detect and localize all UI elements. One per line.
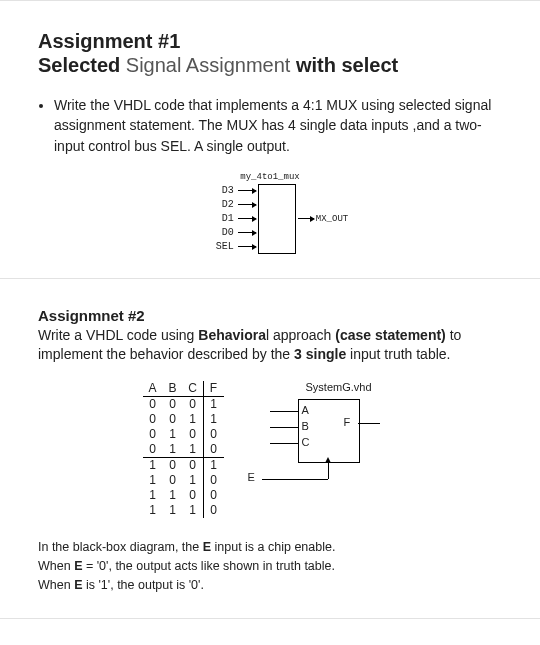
- mux-body: D3 D2 D1 D0 SEL MX_OUT: [140, 184, 400, 254]
- tt-cell: 0: [203, 488, 224, 503]
- arrow-icon: [238, 232, 256, 233]
- mux-in-d2: D2: [222, 199, 256, 211]
- tt-cell: 1: [163, 488, 183, 503]
- a2-desc-case: (case statement): [335, 327, 446, 343]
- tt-cell: 1: [163, 427, 183, 442]
- note-frag: is '1', the output is '0'.: [82, 578, 203, 592]
- pin-f-label: F: [344, 416, 351, 428]
- note-frag: In the black-box diagram, the: [38, 540, 203, 554]
- tt-cell: 0: [163, 412, 183, 427]
- note-e: E: [203, 540, 211, 554]
- tt-cell: 1: [163, 503, 183, 518]
- mux-in-d1: D1: [222, 213, 256, 225]
- tt-head-c: C: [183, 381, 204, 397]
- tt-cell: 0: [163, 458, 183, 474]
- pin-a-label: A: [302, 404, 309, 416]
- tt-cell: 1: [203, 397, 224, 413]
- tt-body: 0001 0011 0100 0110 1001 1010 1100 1110: [143, 397, 224, 519]
- pin-c-label: C: [302, 436, 310, 448]
- table-row: 0011: [143, 412, 224, 427]
- arrow-icon: [238, 218, 256, 219]
- note-frag: = '0', the output acts like shown in tru…: [82, 559, 335, 573]
- tt-head-a: A: [143, 381, 163, 397]
- tt-cell: 0: [163, 473, 183, 488]
- assignment-2-slide: Assignmnet #2 Write a VHDL code using Be…: [0, 279, 540, 618]
- a1-title2-withselect: with select: [296, 54, 398, 76]
- a1-bullet-item: Write the VHDL code that implements a 4:…: [54, 95, 502, 156]
- pin-e-label: E: [248, 471, 255, 483]
- tt-cell: 1: [143, 458, 163, 474]
- tt-cell: 0: [183, 488, 204, 503]
- table-row: 0100: [143, 427, 224, 442]
- note-frag: input is a chip enable.: [211, 540, 335, 554]
- arrow-icon: [238, 190, 256, 191]
- tt-cell: 0: [183, 397, 204, 413]
- a2-note-3: When E is '1', the output is '0'.: [38, 576, 502, 595]
- mux-in-d0: D0: [222, 227, 256, 239]
- tt-cell: 1: [183, 503, 204, 518]
- tt-cell: 1: [203, 412, 224, 427]
- tt-cell: 1: [183, 442, 204, 458]
- mux-in-d2-label: D2: [222, 199, 234, 210]
- tt-cell: 0: [203, 427, 224, 442]
- a2-desc-3single: 3 single: [294, 346, 346, 362]
- mux-caption: my_4to1_mux: [140, 172, 400, 182]
- a2-note-2: When E = '0', the output acts like shown…: [38, 557, 502, 576]
- a1-bullet-list: Write the VHDL code that implements a 4:…: [38, 95, 502, 156]
- tt-cell: 1: [163, 442, 183, 458]
- a2-title-text: Assignmnet #2: [38, 307, 145, 324]
- divider-bottom: [0, 618, 540, 619]
- wire-icon: [270, 443, 298, 444]
- tt-head-b: B: [163, 381, 183, 397]
- arrow-icon: [238, 204, 256, 205]
- truth-table: A B C F 0001 0011 0100 0110 1001 1010 11…: [143, 381, 224, 518]
- tt-cell: 1: [183, 412, 204, 427]
- tt-cell: 1: [143, 488, 163, 503]
- mux-in-sel: SEL: [216, 241, 256, 253]
- arrow-icon: [298, 218, 314, 219]
- a2-desc-frag: l approach: [266, 327, 335, 343]
- wire-icon: [270, 427, 298, 428]
- tt-cell: 0: [143, 442, 163, 458]
- a2-desc-frag: Write a VHDL code using: [38, 327, 198, 343]
- table-row: 0001: [143, 397, 224, 413]
- tt-cell: 0: [143, 397, 163, 413]
- wire-icon: [328, 461, 329, 479]
- mux-output: MX_OUT: [296, 184, 348, 254]
- systemg-diagram: SystemG.vhd A B C F E: [248, 381, 398, 481]
- tt-cell: 0: [203, 442, 224, 458]
- a1-title2-selected: Selected: [38, 54, 120, 76]
- table-row: 1110: [143, 503, 224, 518]
- a2-note-1: In the black-box diagram, the E input is…: [38, 538, 502, 557]
- assignment-1-slide: Assignment #1 Selected Signal Assignment…: [0, 1, 540, 278]
- a1-title-line2: Selected Signal Assignment with select: [38, 53, 502, 77]
- tt-cell: 1: [143, 503, 163, 518]
- table-row: 1100: [143, 488, 224, 503]
- mux-in-sel-label: SEL: [216, 241, 234, 252]
- mux-in-d3: D3: [222, 185, 256, 197]
- table-row: 1001: [143, 458, 224, 474]
- tt-cell: 0: [203, 473, 224, 488]
- a2-figure: A B C F 0001 0011 0100 0110 1001 1010 11…: [38, 381, 502, 518]
- arrow-icon: [238, 246, 256, 247]
- mux-box: [258, 184, 296, 254]
- systemg-caption: SystemG.vhd: [306, 381, 372, 393]
- note-frag: When: [38, 578, 74, 592]
- wire-icon: [358, 423, 380, 424]
- a2-title: Assignmnet #2: [38, 307, 502, 324]
- a2-desc: Write a VHDL code using Behavioral appro…: [38, 326, 502, 365]
- arrow-up-icon: [325, 457, 331, 463]
- page: Assignment #1 Selected Signal Assignment…: [0, 0, 540, 619]
- a1-title-line1: Assignment #1: [38, 29, 502, 53]
- a2-desc-frag: input truth table.: [346, 346, 450, 362]
- mux-out-label: MX_OUT: [316, 214, 348, 224]
- tt-head-f: F: [203, 381, 224, 397]
- tt-cell: 0: [183, 427, 204, 442]
- mux-diagram: my_4to1_mux D3 D2 D1 D0 SEL MX_OUT: [140, 172, 400, 254]
- pin-b-label: B: [302, 420, 309, 432]
- tt-cell: 0: [163, 397, 183, 413]
- tt-cell: 0: [203, 503, 224, 518]
- wire-icon: [262, 479, 328, 480]
- table-row: 1010: [143, 473, 224, 488]
- tt-cell: 1: [203, 458, 224, 474]
